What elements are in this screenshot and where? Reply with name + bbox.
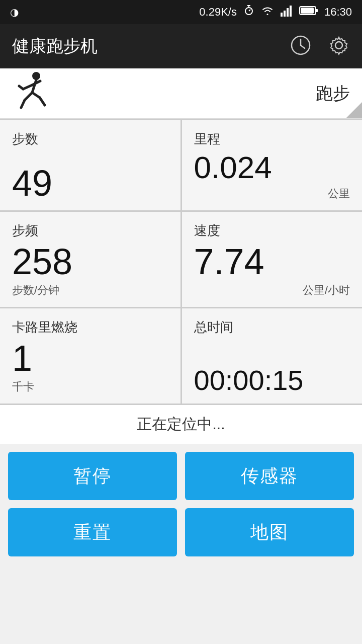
svg-rect-5	[284, 11, 286, 17]
total-time-label: 总时间	[194, 318, 350, 336]
time-display: 16:30	[324, 6, 352, 19]
cadence-label: 步频	[12, 222, 168, 239]
app-bar-icons	[290, 34, 350, 58]
svg-line-13	[301, 45, 305, 48]
app-bar: 健康跑步机	[0, 24, 362, 68]
distance-label: 里程	[194, 130, 350, 148]
svg-rect-4	[281, 13, 283, 17]
steps-card: 步数 49	[0, 120, 180, 210]
svg-line-17	[25, 93, 32, 100]
svg-line-22	[19, 86, 23, 89]
svg-rect-10	[316, 9, 318, 12]
svg-rect-6	[287, 8, 289, 17]
calories-value: 1	[12, 340, 168, 376]
cadence-value: 258	[12, 244, 168, 280]
reset-button[interactable]: 重置	[8, 508, 177, 556]
svg-point-14	[335, 42, 342, 49]
runner-header: 跑步	[0, 68, 362, 119]
svg-line-20	[40, 98, 45, 105]
wifi-icon	[261, 5, 274, 20]
steps-value: 49	[12, 165, 168, 201]
alarm-icon	[243, 5, 255, 20]
svg-line-16	[32, 80, 36, 93]
svg-rect-7	[290, 6, 292, 17]
signal-icon	[280, 5, 293, 20]
svg-line-18	[21, 100, 25, 108]
distance-unit: 公里	[194, 186, 350, 201]
total-time-value: 00:00:15	[194, 366, 350, 394]
pause-button[interactable]: 暂停	[8, 452, 177, 500]
svg-line-19	[32, 93, 40, 98]
battery-icon	[299, 5, 318, 19]
steps-label: 步数	[12, 130, 168, 148]
speed-value: 7.74	[194, 244, 350, 280]
gps-status: 正在定位中...	[0, 404, 362, 444]
calories-label: 卡路里燃烧	[12, 318, 168, 336]
speed-unit: 公里/小时	[194, 283, 350, 298]
runner-icon	[12, 70, 52, 117]
svg-rect-9	[301, 8, 314, 14]
notification-icon: ◑	[10, 6, 19, 18]
svg-line-21	[23, 85, 32, 89]
calories-card: 卡路里燃烧 1 千卡	[0, 308, 180, 404]
speed-card: 速度 7.74 公里/小时	[182, 212, 363, 307]
svg-line-3	[249, 10, 250, 11]
network-speed: 0.29K/s	[199, 6, 237, 19]
status-bar: ◑ 0.29K/s 16:30	[0, 0, 362, 24]
button-grid: 暂停 传感器 重置 地图	[0, 444, 362, 565]
stats-grid: 步数 49 里程 0.024 公里 步频 258 步数/分钟 速度 7.74 公…	[0, 119, 362, 404]
cadence-unit: 步数/分钟	[12, 283, 168, 298]
gps-status-text: 正在定位中...	[137, 416, 225, 432]
activity-mode-label: 跑步	[316, 82, 350, 105]
total-time-card: 总时间 00:00:15	[182, 308, 363, 404]
sensor-button[interactable]: 传感器	[185, 452, 354, 500]
speed-label: 速度	[194, 222, 350, 239]
history-icon[interactable]	[290, 34, 312, 58]
map-button[interactable]: 地图	[185, 508, 354, 556]
app-title: 健康跑步机	[12, 35, 290, 58]
distance-card: 里程 0.024 公里	[182, 120, 363, 210]
calories-unit: 千卡	[12, 379, 168, 394]
distance-value: 0.024	[194, 152, 350, 183]
cadence-card: 步频 258 步数/分钟	[0, 212, 180, 307]
corner-decoration	[346, 102, 362, 118]
settings-icon[interactable]	[328, 34, 350, 58]
